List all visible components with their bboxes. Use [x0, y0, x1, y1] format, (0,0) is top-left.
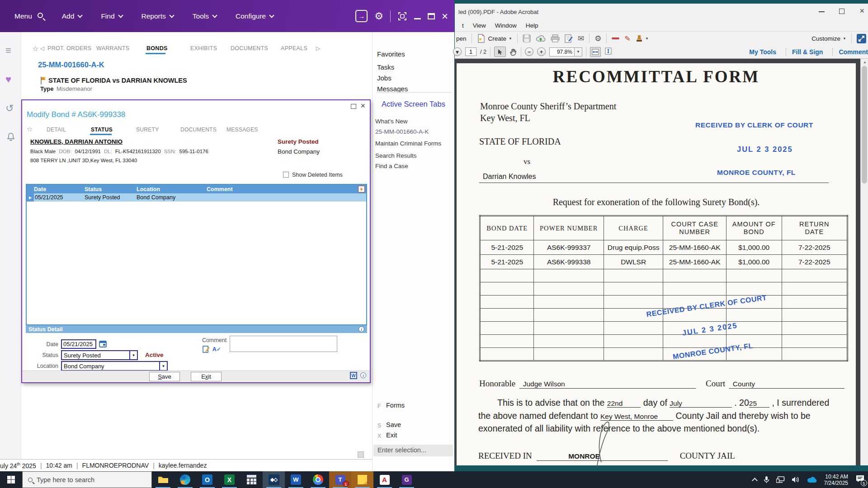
menu-find[interactable]: Find	[101, 12, 122, 20]
panel-item-messages[interactable]: Messages	[377, 85, 408, 93]
note-edit-icon[interactable]	[203, 346, 210, 353]
status-select[interactable]: Surety Posted ▼	[61, 350, 138, 360]
tab-bonds-active[interactable]: BONDS	[146, 45, 168, 52]
dialog-close-icon[interactable]: ×	[360, 101, 365, 111]
spell-check-icon[interactable]: A✓	[212, 346, 221, 352]
history-icon[interactable]: ↺	[5, 103, 14, 114]
maximize-icon[interactable]	[839, 9, 844, 14]
taskbar-purple-app[interactable]: G	[396, 471, 418, 488]
dialog-tab-surety[interactable]: SURETY	[136, 127, 159, 133]
shortcut-exit[interactable]: Exit	[386, 432, 397, 439]
print-icon[interactable]	[551, 34, 560, 42]
col-date[interactable]: Date	[34, 186, 85, 192]
favorite-star-icon[interactable]: ☆	[32, 44, 38, 53]
zoom-dropdown-icon[interactable]: ▼	[575, 47, 582, 56]
dialog-star-icon[interactable]: ☆	[27, 125, 33, 133]
gear-icon[interactable]: ⚙	[594, 34, 601, 43]
maximize-icon[interactable]	[428, 13, 435, 19]
pen-icon[interactable]: ✎	[624, 34, 630, 43]
taskbar-acrobat[interactable]: A	[373, 471, 396, 488]
close-icon[interactable]: ×	[859, 6, 864, 16]
gear-icon[interactable]: ⚙	[374, 10, 383, 22]
menu-window[interactable]: Window	[495, 22, 517, 29]
tab-warrants[interactable]: WARRANTS	[96, 45, 129, 52]
taskbar-browser[interactable]	[174, 471, 196, 488]
scroll-thumb[interactable]	[862, 66, 867, 183]
taskbar-excel[interactable]: X	[218, 471, 241, 488]
fullscreen-icon[interactable]	[397, 11, 407, 21]
col-comment[interactable]: Comment	[207, 186, 233, 192]
speaker-icon[interactable]	[792, 476, 800, 483]
show-deleted-checkbox[interactable]	[283, 172, 289, 178]
col-location[interactable]: Location	[137, 186, 207, 192]
select-tool-button[interactable]	[494, 47, 506, 57]
taskbar-sticky-notes[interactable]	[351, 471, 373, 488]
tray-clock[interactable]: 10:42 AM7/24/2025	[824, 474, 848, 486]
taskbar-outlook[interactable]: O	[196, 471, 218, 488]
microphone-icon[interactable]	[764, 476, 769, 483]
enter-selection-input[interactable]: Enter selection...	[373, 445, 453, 456]
minimize-icon[interactable]	[414, 18, 421, 19]
exit-button[interactable]: Exit	[191, 372, 222, 381]
menu-add[interactable]: Add	[62, 12, 82, 20]
open-button-partial[interactable]: pen	[456, 35, 467, 42]
favorites-heart-icon[interactable]: ♥	[5, 74, 11, 85]
taskbar-navigator-active[interactable]: ◆◇	[263, 471, 285, 488]
zoom-level-value[interactable]: 97.8%	[549, 47, 575, 56]
action-center[interactable]: 5	[856, 475, 864, 484]
minimize-icon[interactable]	[819, 11, 825, 12]
customize-button[interactable]: Customize	[811, 35, 840, 42]
fit-width-button[interactable]	[590, 47, 601, 57]
zoom-in-icon[interactable]: +	[537, 47, 546, 56]
stamp-icon[interactable]	[636, 34, 643, 42]
info-icon[interactable]: i	[360, 372, 366, 378]
hand-tool-icon[interactable]	[509, 48, 517, 56]
resize-grip[interactable]	[358, 451, 364, 458]
vertical-scrollbar[interactable]: ▲	[860, 59, 868, 465]
tab-appeals[interactable]: APPEALS	[281, 45, 307, 52]
page-number-input[interactable]	[465, 47, 476, 56]
screen-tab-search-results[interactable]: Search Results	[375, 152, 417, 159]
panel-item-jobs[interactable]: Jobs	[377, 74, 392, 82]
logout-icon[interactable]: →	[355, 10, 368, 22]
panel-item-tasks[interactable]: Tasks	[377, 63, 394, 71]
grid-row[interactable]: ▶ 05/21/2025 Surety Posted Bond Company	[27, 193, 366, 202]
upload-cloud-icon[interactable]	[536, 34, 546, 42]
info-icon[interactable]: i	[359, 326, 364, 332]
fill-sign-icon[interactable]	[565, 34, 573, 43]
taskbar-calculator[interactable]	[241, 471, 263, 488]
location-select[interactable]: Bond Company ▼	[61, 361, 168, 371]
highlight-line-icon[interactable]	[612, 38, 619, 39]
list-icon[interactable]: ≡	[5, 45, 11, 56]
search-icon[interactable]	[38, 13, 43, 18]
panel-item-favorites[interactable]: Favorites	[377, 50, 405, 58]
menu-help[interactable]: Help	[526, 22, 538, 29]
taskbar-search-box[interactable]: Type here to search	[22, 471, 152, 488]
taskbar-teams[interactable]: T1	[329, 471, 351, 488]
tab-scroll-left-icon[interactable]: ◁	[40, 45, 44, 52]
onedrive-icon[interactable]	[807, 476, 817, 483]
menu-reports[interactable]: Reports	[142, 12, 174, 20]
word-icon[interactable]: W	[350, 372, 357, 379]
bell-icon[interactable]	[6, 132, 15, 141]
menu-button[interactable]: Menu	[14, 12, 43, 20]
dialog-tab-status-active[interactable]: STATUS	[91, 127, 113, 133]
calendar-icon[interactable]	[99, 340, 107, 348]
email-icon[interactable]: ✉	[578, 34, 584, 43]
dropdown-arrow-icon[interactable]: ▼	[129, 351, 137, 359]
save-icon[interactable]	[523, 34, 531, 42]
comment-textarea[interactable]	[230, 336, 337, 352]
tab-prot-orders[interactable]: PROT. ORDERS	[47, 45, 91, 52]
taskbar-chrome[interactable]	[307, 471, 329, 488]
add-row-button[interactable]: +	[358, 186, 365, 192]
case-number-link[interactable]: 25-MM-001660-A-K	[38, 61, 104, 69]
menu-tools[interactable]: Tools	[193, 12, 217, 20]
expand-icon[interactable]	[857, 34, 866, 43]
tab-exhibits[interactable]: EXHIBITS	[190, 45, 217, 52]
tab-documents[interactable]: DOCUMENTS	[231, 45, 268, 52]
col-status[interactable]: Status	[85, 186, 137, 192]
tab-comment[interactable]: Comment	[832, 48, 868, 56]
menu-configure[interactable]: Configure	[236, 12, 274, 20]
date-input[interactable]	[61, 339, 96, 349]
screen-tab-whats-new[interactable]: What's New	[375, 118, 408, 125]
